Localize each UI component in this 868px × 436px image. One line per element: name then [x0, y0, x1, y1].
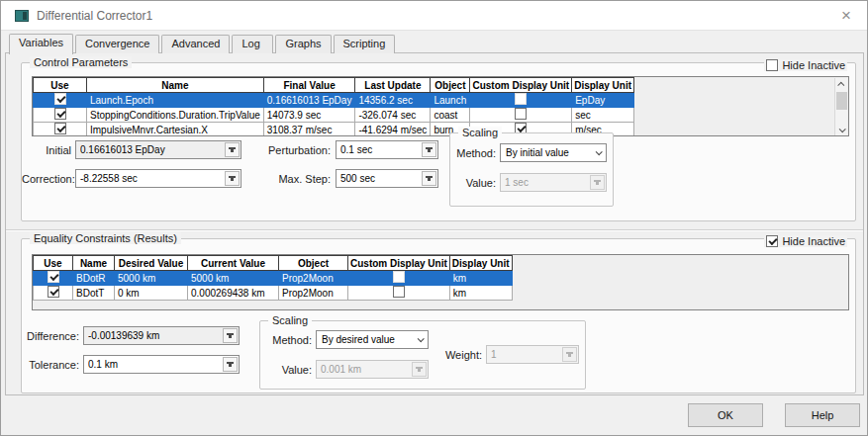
vertical-scrollbar[interactable]: [834, 78, 847, 135]
cell-object[interactable]: coast: [431, 108, 470, 123]
close-icon[interactable]: ×: [835, 5, 857, 27]
unit-button[interactable]: [422, 171, 436, 186]
tab-bar: Variables Convergence Advanced Log Graph…: [9, 34, 397, 53]
cell-last-update[interactable]: -41.6294 m/sec: [355, 123, 431, 137]
col-use: Use: [34, 256, 73, 271]
scroll-up-icon[interactable]: [835, 78, 848, 90]
title-bar: Differential Corrector1 ×: [1, 1, 867, 31]
hide-inactive-equality[interactable]: Hide Inactive: [764, 235, 847, 247]
scaling-value-field: 0.001 km: [316, 360, 429, 379]
unit-button: [590, 175, 605, 190]
cell-object[interactable]: Prop2Moon: [279, 286, 348, 301]
unit-button[interactable]: [225, 142, 240, 157]
scaling-method-combo[interactable]: By initial value: [500, 143, 607, 162]
tab-convergence[interactable]: Convergence: [75, 35, 159, 53]
tab-scripting[interactable]: Scripting: [334, 35, 396, 53]
value-label: Value:: [272, 364, 312, 376]
correction-field[interactable]: -8.22558 sec: [75, 169, 241, 188]
cell-name[interactable]: StoppingConditions.Duration.TripValue: [87, 108, 264, 123]
col-name: Name: [73, 256, 115, 271]
max-step-label: Max. Step:: [259, 173, 331, 185]
hide-inactive-control[interactable]: Hide Inactive: [764, 59, 847, 71]
tab-log[interactable]: Log: [232, 35, 273, 53]
tab-advanced[interactable]: Advanced: [161, 35, 230, 53]
col-name: Name: [87, 78, 264, 93]
unit-button[interactable]: [223, 357, 238, 372]
dimension-icon: [594, 180, 601, 182]
cell-name[interactable]: ImpulsiveMnvr.Cartesian.X: [87, 123, 264, 137]
max-step-field[interactable]: 500 sec: [336, 169, 438, 188]
initial-label: Initial: [32, 144, 71, 156]
control-parameters-table: Use Name Final Value Last Update Object …: [33, 77, 634, 136]
col-final-value: Final Value: [263, 78, 355, 93]
scaling-group-equality: Scaling Method: By desired value Value: …: [259, 320, 586, 390]
scaling-value-field: 1 sec: [500, 173, 607, 192]
table-row[interactable]: Launch.Epoch 0.16616013 EpDay 14356.2 se…: [34, 93, 634, 108]
help-button[interactable]: Help: [785, 403, 860, 427]
use-checkbox[interactable]: [54, 108, 66, 120]
cell-last-update[interactable]: -326.074 sec: [355, 108, 431, 123]
scaling-group-control: Scaling Method: By initial value Value: …: [449, 132, 614, 207]
cell-object[interactable]: Launch: [431, 93, 470, 108]
use-checkbox[interactable]: [48, 286, 59, 298]
tolerance-field[interactable]: 0.1 km: [83, 355, 240, 374]
hide-inactive-checkbox[interactable]: [766, 59, 778, 71]
cell-name[interactable]: Launch.Epoch: [87, 93, 264, 108]
scrollbar-thumb[interactable]: [836, 92, 847, 110]
tab-graphs[interactable]: Graphs: [275, 35, 331, 53]
value-label: Value:: [458, 177, 496, 189]
custom-unit-checkbox[interactable]: [393, 271, 405, 283]
use-checkbox[interactable]: [54, 123, 66, 134]
unit-button[interactable]: [223, 328, 238, 343]
col-display-unit: Display Unit: [572, 78, 634, 93]
tab-variables[interactable]: Variables: [9, 34, 73, 54]
col-last-update: Last Update: [355, 78, 431, 93]
col-current-value: Current Value: [188, 256, 279, 271]
dimension-icon: [229, 176, 236, 178]
scaling-label: Scaling: [458, 127, 502, 138]
scroll-down-icon[interactable]: [835, 124, 848, 135]
cell-name[interactable]: BDotT: [73, 286, 115, 301]
custom-unit-checkbox[interactable]: [515, 93, 527, 105]
tolerance-label: Tolerance:: [22, 359, 79, 371]
method-label: Method:: [266, 334, 312, 346]
unit-button[interactable]: [225, 171, 240, 186]
cell-display-unit[interactable]: sec: [572, 108, 634, 123]
cell-last-update[interactable]: 14356.2 sec: [355, 93, 431, 108]
table-header-row: Use Name Desired Value Current Value Obj…: [34, 256, 513, 271]
cell-final-value[interactable]: 14073.9 sec: [263, 108, 355, 123]
differential-corrector-dialog: Differential Corrector1 × Variables Conv…: [0, 0, 868, 436]
table-row[interactable]: BDotR 5000 km 5000 km Prop2Moon km: [34, 271, 513, 286]
cell-final-value[interactable]: 0.16616013 EpDay: [263, 93, 355, 108]
ok-button[interactable]: OK: [688, 403, 763, 427]
unit-button[interactable]: [422, 142, 436, 157]
cell-display-unit[interactable]: km: [449, 286, 512, 301]
scaling-method-combo[interactable]: By desired value: [316, 330, 429, 349]
perturbation-field[interactable]: 0.1 sec: [336, 140, 438, 159]
hide-inactive-checkbox[interactable]: [766, 235, 778, 247]
control-parameters-table-container: Use Name Final Value Last Update Object …: [32, 76, 849, 136]
dimension-icon: [229, 147, 236, 149]
cell-object[interactable]: Prop2Moon: [279, 271, 348, 286]
use-checkbox[interactable]: [54, 93, 66, 105]
cell-current-value[interactable]: 0.000269438 km: [188, 286, 279, 301]
table-row[interactable]: BDotT 0 km 0.000269438 km Prop2Moon km: [34, 286, 513, 301]
table-row[interactable]: StoppingConditions.Duration.TripValue 14…: [34, 108, 634, 123]
cell-desired-value[interactable]: 0 km: [115, 286, 188, 301]
app-icon: [15, 10, 29, 22]
custom-unit-checkbox[interactable]: [515, 108, 527, 120]
equality-constraints-label: Equality Constraints (Results): [30, 232, 181, 244]
custom-unit-checkbox[interactable]: [393, 286, 405, 298]
cell-current-value[interactable]: 5000 km: [188, 271, 279, 286]
difference-label: Difference:: [22, 330, 79, 342]
cell-final-value[interactable]: 3108.37 m/sec: [263, 123, 355, 137]
cell-desired-value[interactable]: 5000 km: [115, 271, 188, 286]
cell-name[interactable]: BDotR: [73, 271, 115, 286]
scaling-label: Scaling: [268, 314, 312, 326]
use-checkbox[interactable]: [48, 271, 59, 283]
unit-button: [412, 362, 427, 377]
cell-display-unit[interactable]: km: [449, 271, 512, 286]
col-object: Object: [431, 78, 470, 93]
dimension-icon: [227, 362, 234, 364]
cell-display-unit[interactable]: EpDay: [572, 93, 634, 108]
